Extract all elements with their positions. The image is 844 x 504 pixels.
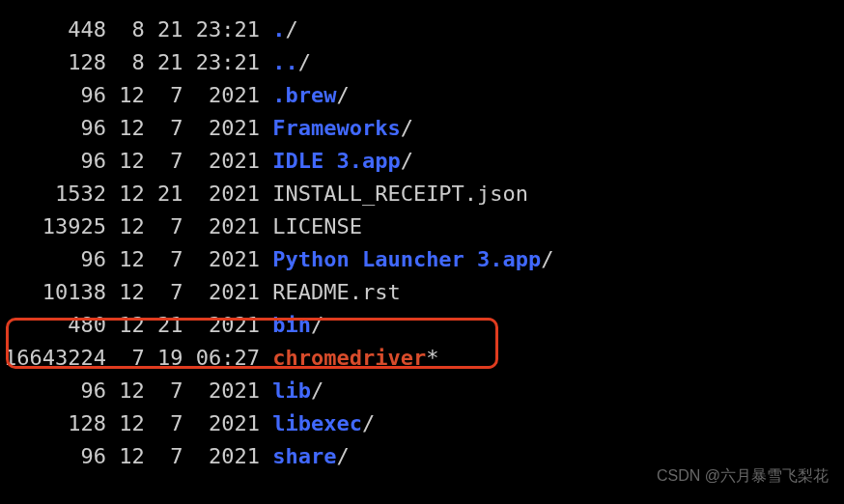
- file-size: 96: [0, 79, 106, 112]
- file-name: IDLE 3.app: [272, 145, 400, 178]
- file-size: 128: [0, 407, 106, 440]
- terminal-output: 448 8 21 23:21 ./128 8 21 23:21 ../96 12…: [0, 0, 844, 473]
- file-size: 13925: [0, 210, 106, 243]
- file-listing-row: 1532 12 21 2021 INSTALL_RECEIPT.json: [0, 178, 844, 210]
- file-suffix: /: [401, 112, 413, 145]
- file-suffix: /: [311, 309, 324, 342]
- file-size: 16643224: [0, 342, 106, 375]
- file-listing-row: 128 8 21 23:21 ../: [0, 46, 844, 79]
- file-date: 8 21 23:21: [106, 14, 272, 46]
- file-size: 480: [0, 309, 106, 342]
- file-suffix: /: [311, 375, 324, 407]
- file-name: libexec: [272, 407, 362, 440]
- file-listing-row: 13925 12 7 2021 LICENSE: [0, 210, 844, 243]
- file-name: chromedriver: [272, 342, 426, 375]
- file-name: INSTALL_RECEIPT.json: [272, 178, 528, 210]
- file-name: Frameworks: [272, 112, 400, 145]
- file-name: ..: [272, 46, 298, 79]
- file-name: bin: [272, 309, 311, 342]
- file-size: 96: [0, 112, 106, 145]
- file-listing-row: 96 12 7 2021 Frameworks/: [0, 112, 844, 145]
- file-name: LICENSE: [272, 210, 362, 243]
- file-size: 448: [0, 14, 106, 46]
- file-suffix: /: [298, 46, 311, 79]
- file-size: 96: [0, 145, 106, 178]
- file-listing-row: 10138 12 7 2021 README.rst: [0, 276, 844, 309]
- file-listing-row: 96 12 7 2021 Python Launcher 3.app/: [0, 243, 844, 276]
- file-date: 12 7 2021: [106, 112, 272, 145]
- file-date: 12 7 2021: [106, 243, 272, 276]
- file-date: 12 7 2021: [106, 210, 272, 243]
- file-date: 12 21 2021: [106, 309, 272, 342]
- file-date: 7 19 06:27: [106, 342, 272, 375]
- file-suffix: /: [336, 79, 349, 112]
- file-date: 12 7 2021: [106, 375, 272, 407]
- file-name: .: [272, 14, 285, 46]
- file-suffix: /: [362, 407, 375, 440]
- file-date: 8 21 23:21: [106, 46, 272, 79]
- file-size: 96: [0, 375, 106, 407]
- file-name: Python Launcher 3.app: [272, 243, 541, 276]
- file-suffix: *: [426, 342, 438, 375]
- file-name: README.rst: [272, 276, 400, 309]
- file-date: 12 7 2021: [106, 79, 272, 112]
- watermark-text: CSDN @六月暴雪飞梨花: [657, 460, 829, 492]
- file-size: 1532: [0, 178, 106, 210]
- file-name: share: [272, 440, 336, 473]
- file-listing-row: 128 12 7 2021 libexec/: [0, 407, 844, 440]
- file-listing-row: 480 12 21 2021 bin/: [0, 309, 844, 342]
- file-suffix: /: [285, 14, 297, 46]
- file-listing-row: 96 12 7 2021 IDLE 3.app/: [0, 145, 844, 178]
- file-size: 10138: [0, 276, 106, 309]
- file-suffix: /: [401, 145, 413, 178]
- file-listing-row: 448 8 21 23:21 ./: [0, 14, 844, 46]
- file-suffix: /: [336, 440, 349, 473]
- file-name: .brew: [272, 79, 336, 112]
- file-size: 96: [0, 243, 106, 276]
- file-suffix: /: [541, 243, 553, 276]
- file-date: 12 7 2021: [106, 440, 272, 473]
- file-date: 12 7 2021: [106, 407, 272, 440]
- file-listing-row: 96 12 7 2021 lib/: [0, 375, 844, 407]
- file-date: 12 7 2021: [106, 145, 272, 178]
- file-listing-row: 96 12 7 2021 .brew/: [0, 79, 844, 112]
- file-size: 96: [0, 440, 106, 473]
- file-name: lib: [272, 375, 311, 407]
- file-size: 128: [0, 46, 106, 79]
- file-date: 12 7 2021: [106, 276, 272, 309]
- file-listing-row: 16643224 7 19 06:27 chromedriver*: [0, 342, 844, 375]
- file-date: 12 21 2021: [106, 178, 272, 210]
